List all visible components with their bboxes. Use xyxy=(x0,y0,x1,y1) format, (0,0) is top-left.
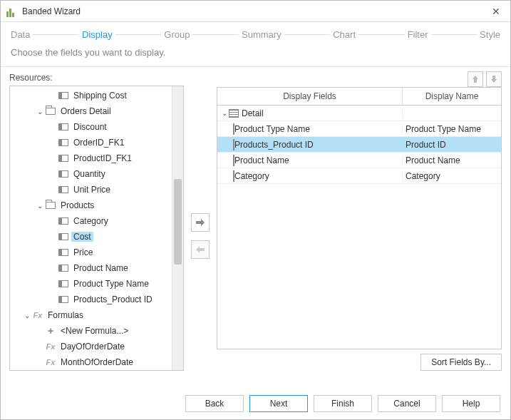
header-display-name[interactable]: Display Name xyxy=(403,88,501,105)
step-style[interactable]: Style xyxy=(480,29,500,40)
detail-icon xyxy=(229,109,239,118)
field-icon xyxy=(233,124,234,134)
back-button[interactable]: Back xyxy=(185,395,244,412)
table-group-row[interactable]: ⌄Detail xyxy=(217,106,501,121)
field-icon xyxy=(233,155,234,165)
folder-icon xyxy=(44,200,57,210)
finish-button[interactable]: Finish xyxy=(314,395,372,412)
step-display[interactable]: Display xyxy=(82,29,113,40)
display-name-cell[interactable]: Category xyxy=(403,171,501,181)
display-fields-table[interactable]: Display Fields Display Name ⌄DetailProdu… xyxy=(217,87,502,349)
field-icon xyxy=(57,216,70,226)
step-divider xyxy=(115,34,162,35)
tree-item-label: MonthOfOrderDate xyxy=(58,357,135,367)
arrow-right-icon xyxy=(195,218,205,227)
tree-item-label: Unit Price xyxy=(71,185,113,195)
tree-item-label: Orders Detail xyxy=(58,106,113,116)
fx-icon: Fx xyxy=(44,357,57,367)
step-data[interactable]: Data xyxy=(11,29,30,40)
step-chart[interactable]: Chart xyxy=(333,29,356,40)
tree-item[interactable]: FxMonthOfOrderDate xyxy=(10,354,172,370)
tree-item[interactable]: Product Name xyxy=(10,260,172,276)
tree-item-label: Products_Product ID xyxy=(71,294,155,304)
tree-item[interactable]: Discount xyxy=(10,119,172,135)
table-row[interactable]: CategoryCategory xyxy=(217,168,501,184)
table-row[interactable]: Product Type NameProduct Type Name xyxy=(217,121,501,137)
footer-buttons: Back Next Finish Cancel Help xyxy=(185,395,500,412)
scrollbar-thumb[interactable] xyxy=(174,179,182,265)
tree-item-label: Price xyxy=(71,247,95,257)
tree-item-label: OrderID_FK1 xyxy=(71,138,126,148)
field-label: Products_Product ID xyxy=(234,140,314,150)
header-display-fields[interactable]: Display Fields xyxy=(217,88,403,105)
tree-item[interactable]: OrderID_FK1 xyxy=(10,135,172,150)
step-divider xyxy=(33,34,79,35)
display-name-cell[interactable]: Product ID xyxy=(403,140,501,150)
table-row[interactable]: Product NameProduct Name xyxy=(217,153,501,168)
window-title: Banded Wizard xyxy=(22,6,487,16)
arrow-left-icon xyxy=(195,245,205,254)
step-divider xyxy=(192,34,239,35)
move-down-button[interactable] xyxy=(486,71,502,87)
tree-item-label: Shipping Cost xyxy=(71,91,129,101)
tree-item-label: Category xyxy=(71,216,110,226)
field-icon xyxy=(57,232,70,242)
tree-item[interactable]: ⌄FxFormulas xyxy=(10,307,172,323)
tree-item[interactable]: ProductID_FK1 xyxy=(10,150,172,166)
expand-toggle[interactable]: ⌄ xyxy=(23,312,31,319)
table-row[interactable]: Products_Product IDProduct ID xyxy=(217,137,501,153)
field-label: Category xyxy=(234,171,269,181)
expand-toggle[interactable]: ⌄ xyxy=(36,202,44,210)
field-icon xyxy=(233,140,234,150)
tree-item[interactable]: Quantity xyxy=(10,166,172,182)
tree-item[interactable]: Price xyxy=(10,245,172,260)
tree-item[interactable]: Category xyxy=(10,213,172,229)
display-name-cell[interactable]: Product Name xyxy=(403,155,501,165)
scrollbar[interactable] xyxy=(172,86,183,370)
field-icon xyxy=(57,294,70,304)
add-field-button[interactable] xyxy=(191,213,210,232)
expand-toggle[interactable]: ⌄ xyxy=(220,109,229,117)
tree-item-label: Quantity xyxy=(71,169,108,179)
field-icon xyxy=(57,185,70,195)
fx-icon: Fx xyxy=(31,310,44,320)
subtitle: Choose the fields you want to display. xyxy=(1,44,510,66)
tree-item[interactable]: Cost xyxy=(10,229,172,245)
titlebar: Banded Wizard ✕ xyxy=(1,1,510,22)
help-button[interactable]: Help xyxy=(442,395,500,412)
tree-item[interactable]: Products_Product ID xyxy=(10,292,172,307)
divider xyxy=(1,66,510,67)
field-icon xyxy=(57,153,70,163)
folder-icon xyxy=(44,106,57,116)
resources-tree[interactable]: Shipping Cost⌄Orders DetailDiscountOrder… xyxy=(9,86,184,371)
cancel-button[interactable]: Cancel xyxy=(378,395,436,412)
step-group[interactable]: Group xyxy=(164,29,190,40)
tree-item[interactable]: Product Type Name xyxy=(10,276,172,292)
tree-item[interactable]: ⌄Orders Detail xyxy=(10,103,172,119)
move-up-button[interactable] xyxy=(468,71,483,87)
field-icon xyxy=(57,169,70,179)
remove-field-button[interactable] xyxy=(191,240,210,259)
tree-item[interactable]: +<New Formula...> xyxy=(10,323,172,339)
tree-item[interactable]: FxDayOfOrderDate xyxy=(10,339,172,354)
field-label: Product Name xyxy=(234,155,289,165)
tree-item-label: Products xyxy=(58,200,96,210)
arrow-up-icon xyxy=(472,76,479,83)
group-label: Detail xyxy=(242,108,264,118)
step-filter[interactable]: Filter xyxy=(408,29,428,40)
step-summary[interactable]: Summary xyxy=(242,29,282,40)
close-icon[interactable]: ✕ xyxy=(487,6,505,17)
plus-icon: + xyxy=(44,326,57,336)
field-icon xyxy=(233,171,234,181)
tree-item[interactable]: Unit Price xyxy=(10,182,172,198)
next-button[interactable]: Next xyxy=(249,395,308,412)
resources-label: Resources: xyxy=(9,73,53,83)
table-header: Display Fields Display Name xyxy=(217,88,501,106)
field-icon xyxy=(57,247,70,257)
sort-fields-button[interactable]: Sort Fields By... xyxy=(420,354,502,371)
tree-item[interactable]: Shipping Cost xyxy=(10,88,172,103)
tree-item[interactable]: ⌄Products xyxy=(10,198,172,213)
expand-toggle[interactable]: ⌄ xyxy=(36,108,44,116)
display-name-cell[interactable]: Product Type Name xyxy=(403,124,501,134)
field-icon xyxy=(57,263,70,273)
